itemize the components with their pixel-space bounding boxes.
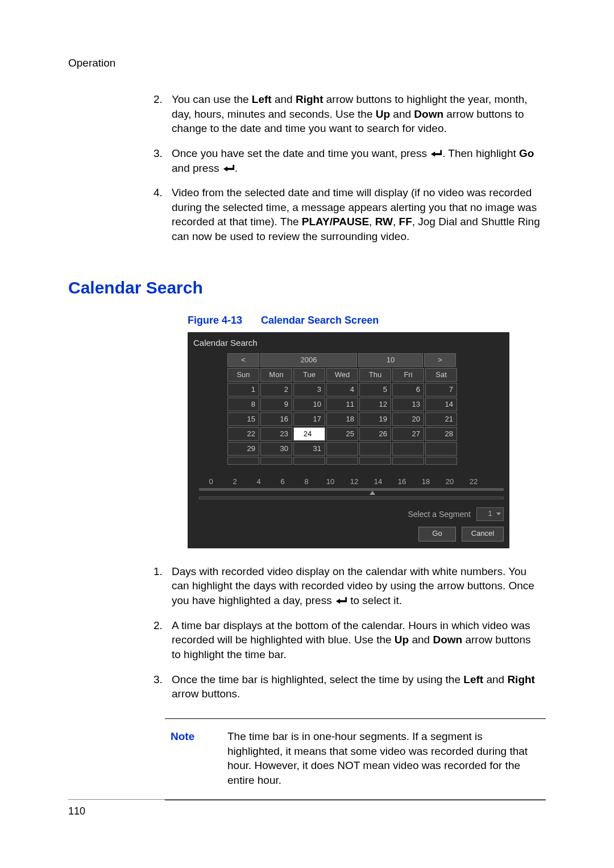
calendar-day[interactable]: 28: [425, 427, 457, 441]
calendar-day[interactable]: 15: [227, 412, 259, 426]
calendar-day[interactable]: 20: [392, 412, 424, 426]
step-item: 2.A time bar displays at the bottom of t…: [154, 618, 540, 662]
enter-icon: [222, 162, 235, 174]
dow-header: Sun: [227, 368, 259, 382]
step-number: 3.: [154, 672, 172, 701]
dow-header: Mon: [260, 368, 292, 382]
next-button[interactable]: >: [424, 353, 456, 367]
figure-title: Calendar Search Screen: [261, 315, 379, 326]
calendar-day[interactable]: 31: [293, 442, 325, 456]
note-label: Note: [171, 729, 227, 788]
calendar-day[interactable]: 24: [293, 427, 325, 441]
note-text: The time bar is in one-hour segments. If…: [227, 729, 540, 788]
calendar-day[interactable]: 14: [425, 398, 457, 411]
calendar-empty: [392, 442, 424, 456]
dow-header: Wed: [326, 368, 358, 382]
calendar-day[interactable]: 13: [392, 398, 424, 411]
calendar-empty: [359, 442, 391, 456]
calendar-day[interactable]: 11: [326, 398, 358, 411]
page-number: 110: [68, 805, 85, 817]
step-body: Once you have set the date and time you …: [172, 146, 540, 175]
figure-caption: Figure 4-13 Calendar Search Screen: [188, 315, 546, 326]
calendar-search-heading: Calendar Search: [68, 278, 546, 297]
tick-label: 12: [342, 477, 366, 486]
calendar-day[interactable]: 30: [260, 442, 292, 456]
tick-label: 0: [199, 477, 223, 486]
calendar-day[interactable]: 22: [227, 427, 259, 441]
dow-header: Sat: [425, 368, 457, 382]
month-cell[interactable]: 10: [358, 353, 423, 367]
tick-label: 20: [438, 477, 462, 486]
calendar-spacer: [293, 457, 325, 465]
page-footer: 110: [68, 799, 546, 817]
screenshot-title: Calendar Search: [193, 338, 504, 348]
year-cell[interactable]: 2006: [260, 353, 357, 367]
calendar-day[interactable]: 29: [227, 442, 259, 456]
tick-label: 8: [294, 477, 318, 486]
step-body: Once the time bar is highlighted, select…: [172, 672, 540, 701]
calendar-bottom-row: [227, 457, 504, 465]
calendar-day[interactable]: 23: [260, 427, 292, 441]
prev-button[interactable]: <: [227, 353, 259, 367]
step-number: 3.: [154, 146, 172, 175]
dow-header: Fri: [392, 368, 424, 382]
calendar-day[interactable]: 1: [227, 383, 259, 396]
calendar-day[interactable]: 27: [392, 427, 424, 441]
steps-top: 2.You can use the Left and Right arrow b…: [154, 92, 540, 244]
enter-icon: [335, 594, 347, 606]
cancel-button[interactable]: Cancel: [462, 527, 504, 542]
calendar-day[interactable]: 3: [293, 383, 325, 396]
tick-label: 2: [223, 477, 247, 486]
step-item: 3.Once the time bar is highlighted, sele…: [154, 672, 540, 701]
steps-bottom: 1.Days with recorded video display on th…: [154, 564, 540, 701]
calendar-day[interactable]: 18: [326, 412, 358, 426]
calendar-spacer: [425, 457, 457, 465]
tick-label: 6: [271, 477, 294, 486]
calendar-day[interactable]: 5: [359, 383, 391, 396]
calendar-day[interactable]: 6: [392, 383, 424, 396]
calendar-day[interactable]: 12: [359, 398, 391, 411]
calendar-spacer: [260, 457, 292, 465]
calendar-day[interactable]: 2: [260, 383, 292, 396]
time-ticks: 0246810121416182022: [199, 477, 504, 486]
time-line: [199, 488, 504, 491]
step-item: 4.Video from the selected date and time …: [154, 185, 540, 244]
dow-header: Tue: [293, 368, 325, 382]
calendar-day[interactable]: 7: [425, 383, 457, 396]
time-bar[interactable]: 0246810121416182022: [199, 477, 504, 499]
step-body: A time bar displays at the bottom of the…: [172, 618, 540, 662]
tick-label: 14: [366, 477, 390, 486]
step-number: 4.: [154, 185, 172, 244]
calendar-day[interactable]: 8: [227, 398, 259, 411]
go-button[interactable]: Go: [418, 527, 456, 542]
calendar-empty: [425, 442, 457, 456]
step-body: Video from the selected date and time wi…: [172, 185, 540, 244]
calendar-day[interactable]: 19: [359, 412, 391, 426]
calendar-day[interactable]: 21: [425, 412, 457, 426]
calendar-spacer: [359, 457, 391, 465]
calendar-day[interactable]: 16: [260, 412, 292, 426]
section-header: Operation: [68, 57, 546, 69]
calendar-spacer: [227, 457, 259, 465]
step-number: 2.: [154, 92, 172, 136]
calendar-day[interactable]: 10: [293, 398, 325, 411]
calendar-day[interactable]: 9: [260, 398, 292, 411]
calendar-day[interactable]: 17: [293, 412, 325, 426]
step-number: 2.: [154, 618, 172, 662]
calendar-grid: SunMonTueWedThuFriSat1234567891011121314…: [227, 368, 504, 456]
tick-label: 4: [247, 477, 271, 486]
segment-label: Select a Segment: [408, 510, 471, 519]
segment-select[interactable]: 1: [476, 507, 504, 521]
step-item: 3.Once you have set the date and time yo…: [154, 146, 540, 175]
calendar-empty: [326, 442, 358, 456]
time-marker-icon: [370, 491, 375, 495]
dow-header: Thu: [359, 368, 391, 382]
step-item: 1.Days with recorded video display on th…: [154, 564, 540, 608]
calendar-day[interactable]: 25: [326, 427, 358, 441]
calendar-spacer: [392, 457, 424, 465]
calendar-day[interactable]: 26: [359, 427, 391, 441]
tick-label: 10: [318, 477, 342, 486]
note-block: Note The time bar is in one-hour segment…: [165, 718, 546, 801]
tick-label: 18: [414, 477, 438, 486]
calendar-day[interactable]: 4: [326, 383, 358, 396]
